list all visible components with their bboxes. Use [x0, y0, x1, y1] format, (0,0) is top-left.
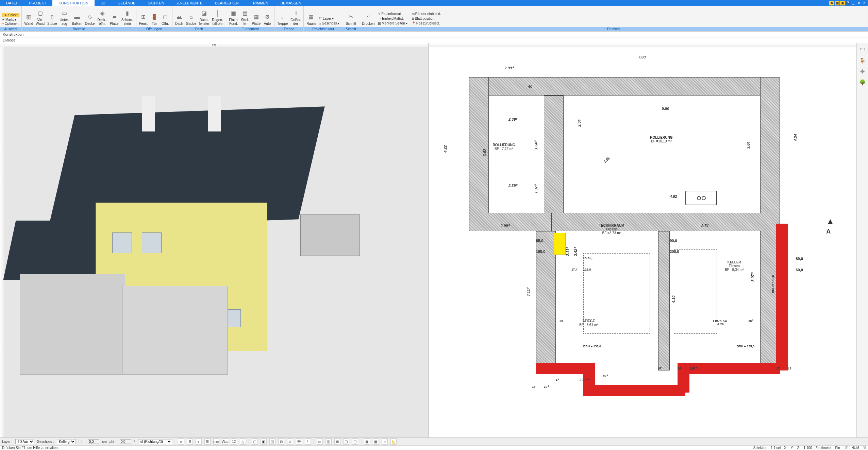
align-r-icon[interactable]: ≡	[196, 438, 202, 445]
chair-icon[interactable]: 🪑	[859, 57, 866, 64]
layer-button[interactable]: ⬚ Layer ▾	[318, 16, 340, 21]
snap2-icon[interactable]: ▣	[261, 438, 267, 445]
tool-icon[interactable]: ✖	[829, 1, 834, 5]
minimize-icon[interactable]: _	[851, 1, 856, 5]
tab-datei[interactable]: DATEI	[0, 0, 23, 6]
streifen-button[interactable]: ▤Strei- fen	[239, 8, 250, 26]
balken-button[interactable]: ▬Balken	[70, 12, 84, 26]
tri-icon[interactable]: △	[240, 438, 246, 445]
selekt-button[interactable]: 🖰 Selekt	[2, 13, 19, 17]
posreset-button[interactable]: 📍 Pos zurücksetz.	[411, 21, 442, 25]
gelaender-button[interactable]: ⦀Gelän- der	[289, 8, 302, 26]
schornstein-button[interactable]: ▮Schorn- stein	[120, 8, 135, 26]
restore-icon[interactable]: ⧉	[856, 1, 861, 5]
schnitt-icon: ✂	[347, 13, 355, 21]
layers-icon[interactable]: ⬚	[859, 46, 866, 53]
tab-sichten[interactable]: SICHTEN	[141, 0, 170, 6]
status-z: Z:	[797, 446, 800, 450]
canvas-3d[interactable]	[4, 47, 428, 437]
tab-konstruktion[interactable]: KONSTRUKTION	[52, 0, 94, 6]
tuer-button[interactable]: 🚪Tür	[149, 12, 160, 26]
tab-bearbeiten[interactable]: BEARBEITEN	[209, 0, 245, 6]
view2-icon[interactable]: ◫	[326, 438, 332, 445]
snap1-icon[interactable]: ▢	[252, 438, 258, 445]
tab-gelaende[interactable]: GELÄNDE	[112, 0, 142, 6]
raum-button[interactable]: ▦Raum	[305, 12, 317, 26]
regenfallrohr-button[interactable]: │Regen- fallrohr	[211, 8, 224, 26]
auto-button[interactable]: ⚙Auto	[262, 12, 273, 26]
status-ein: Ein	[835, 446, 840, 450]
tab-trimmen[interactable]: TRIMMEN	[245, 0, 274, 6]
dachfenster-button[interactable]: ◪Dach- fenster	[198, 8, 211, 26]
snap-n-icon[interactable]: Ⓝ	[296, 438, 302, 445]
tool-icon[interactable]: ▦	[835, 1, 839, 5]
raender-button[interactable]: ▭ Ränder einblend.	[411, 12, 442, 16]
grid2-icon[interactable]: ▩	[373, 438, 379, 445]
measure-icon[interactable]: 📐	[390, 438, 397, 445]
snap5-icon[interactable]: ⊙	[287, 438, 293, 445]
tab-3d[interactable]: 3D	[95, 0, 112, 6]
snap3-icon[interactable]: ◫	[269, 438, 276, 445]
dl-select[interactable]: dl (Richtung/Di	[138, 439, 172, 444]
einzelfund-button[interactable]: ▣Einzel Fund.	[228, 8, 239, 26]
decke-button[interactable]: ◇Decke	[84, 12, 96, 26]
platte2-button[interactable]: ▦Platte	[250, 12, 262, 26]
viewport-2d[interactable]: 7.00 2.99⁵ 40 5.80 2.39⁵ 2.39⁵ 4.92 4.22…	[429, 43, 857, 437]
list-icon[interactable]: ☰	[204, 438, 211, 445]
align-c-icon[interactable]: ≣	[187, 438, 193, 445]
tree-icon[interactable]: 🌳	[859, 79, 866, 86]
move-icon[interactable]: ✥	[859, 68, 866, 75]
viewport-3d[interactable]: cm	[0, 43, 429, 437]
virtwand-button[interactable]: ▢Virt. Wand	[34, 8, 46, 26]
view1-icon[interactable]: ▭	[317, 438, 323, 445]
deckoeffn-button[interactable]: ◈Deck.- öffn.	[96, 8, 108, 26]
view4-icon[interactable]: ◱	[343, 438, 349, 445]
snap4-icon[interactable]: ⊡	[278, 438, 284, 445]
tool-icon[interactable]: ▣	[840, 1, 845, 5]
treppe-button[interactable]: 𓊍Treppe	[276, 12, 289, 26]
gaube-button[interactable]: ⌂Gaube	[185, 12, 198, 26]
align-l-icon[interactable]: ≡	[178, 438, 184, 445]
wand-button[interactable]: ▥Wand	[23, 12, 35, 26]
oeffnung-button[interactable]: ◻Öffn.	[160, 12, 171, 26]
num-icon[interactable]: 12	[231, 438, 237, 445]
view5-icon[interactable]: ◳	[352, 438, 358, 445]
status-uf: UF	[844, 446, 848, 450]
group-treppe: Treppe	[274, 27, 303, 31]
phi-input[interactable]	[120, 439, 131, 444]
tab-bemassen[interactable]: BEMASSEN	[274, 0, 307, 6]
status-unit: Zentimeter	[816, 446, 832, 450]
einheit-button[interactable]: ↔ Einheit/Maßst.	[377, 16, 408, 21]
fenster-icon: ⊞	[139, 13, 147, 21]
geschoss-button[interactable]: ⌂ Geschoss ▾	[318, 21, 340, 25]
geschoss-select[interactable]: Kellergesch	[57, 439, 76, 444]
tab-projekt[interactable]: PROJEKT	[23, 0, 53, 6]
mm-icon[interactable]: mm	[213, 438, 219, 445]
drucken-button[interactable]: 🖨Drucken	[361, 12, 376, 26]
view3-icon[interactable]: ⊞	[334, 438, 340, 445]
abc-icon[interactable]: Abc	[222, 438, 228, 445]
close-icon[interactable]: ×	[862, 1, 867, 5]
unterzug-button[interactable]: ▭Unter- zug	[58, 8, 70, 26]
unterzug-icon: ▭	[60, 9, 68, 17]
mark-button[interactable]: ✔ Mark. ▾	[2, 18, 19, 21]
canvas-2d[interactable]: 7.00 2.99⁵ 40 5.80 2.39⁵ 2.39⁵ 4.92 4.22…	[429, 47, 857, 437]
stuetze-button[interactable]: ▯Stütze	[46, 12, 58, 26]
papierformat-button[interactable]: ✧ Papierformat	[377, 12, 408, 16]
l-input[interactable]	[88, 439, 99, 444]
schnitt-button[interactable]: ✂Schnitt	[345, 12, 358, 26]
snap-info-icon[interactable]: !	[305, 438, 311, 445]
blattpos-button[interactable]: ⊕ Blatt position.	[411, 16, 442, 21]
phi-label: phi =	[110, 440, 117, 444]
status-num: NUM	[851, 446, 859, 450]
optionen-button[interactable]: + Optionen	[2, 22, 19, 25]
mehrereseiten-button[interactable]: ▦ Mehrere Seiten ▸	[377, 21, 408, 25]
help-icon[interactable]: ?	[846, 1, 850, 5]
zoom-icon[interactable]: ⤢	[382, 438, 388, 445]
tab-2d-elemente[interactable]: 2D-ELEMENTE	[170, 0, 209, 6]
grid-icon[interactable]: ▦	[364, 438, 370, 445]
platte-button[interactable]: ▰Platte	[108, 12, 120, 26]
layer-select[interactable]: 2D Aussen	[15, 439, 34, 444]
dach-button[interactable]: ⛰Dach	[174, 12, 185, 26]
fenster-button[interactable]: ⊞Fenst	[138, 12, 149, 26]
